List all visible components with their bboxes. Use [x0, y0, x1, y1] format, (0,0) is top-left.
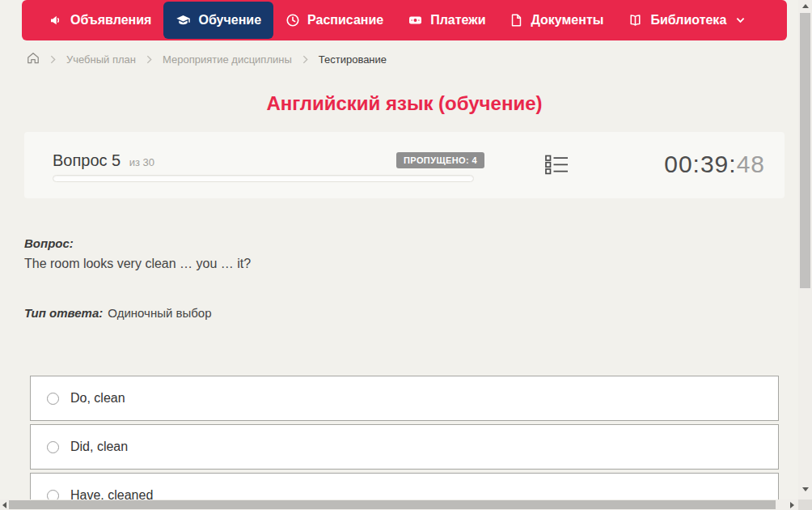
chevron-right-icon [302, 55, 308, 64]
question-list-icon[interactable] [545, 155, 569, 178]
timer-seconds: 48 [737, 151, 765, 177]
chevron-down-icon [736, 17, 745, 23]
scrollbar-corner [798, 499, 812, 510]
breadcrumb-item-discipline-event[interactable]: Мероприятие дисциплины [163, 53, 292, 66]
answer-option[interactable]: Do, clean [30, 376, 779, 421]
question-heading: Вопрос: [24, 236, 74, 250]
nav-item-label: Расписание [307, 13, 383, 28]
nav-item-label: Документы [531, 13, 603, 28]
option-label: Do, clean [70, 391, 125, 406]
skipped-badge: ПРОПУЩЕНО: 4 [396, 152, 484, 168]
scroll-left-arrow-icon[interactable] [2, 502, 6, 508]
nav-item-library[interactable]: Библиотека [615, 2, 757, 38]
scroll-up-arrow-icon[interactable] [802, 4, 809, 8]
banknote-icon [408, 13, 423, 28]
main-navbar: Объявления Обучение Расписание Платежи Д… [22, 0, 787, 40]
home-icon[interactable] [27, 52, 40, 66]
nav-item-label: Обучение [198, 13, 261, 28]
breadcrumb-item-curriculum[interactable]: Учебный план [66, 53, 136, 66]
answer-type-row: Тип ответа:Одиночный выбор [24, 306, 212, 320]
nav-item-announcements[interactable]: Объявления [36, 2, 163, 38]
answer-type-value: Одиночный выбор [108, 306, 211, 320]
breadcrumb-item-testing: Тестирование [319, 53, 387, 66]
nav-item-payments[interactable]: Платежи [395, 2, 497, 38]
scroll-right-arrow-icon[interactable] [790, 502, 794, 508]
countdown-timer: 00:39:48 [664, 151, 765, 178]
nav-item-label: Библиотека [650, 13, 726, 28]
nav-item-label: Объявления [70, 13, 151, 28]
vertical-scrollbar[interactable] [798, 0, 812, 499]
page-title: Английский язык (обучение) [0, 92, 809, 115]
chevron-right-icon [146, 55, 152, 64]
question-header-card: Вопрос 5 из 30 ПРОПУЩЕНО: 4 00:39:48 [24, 132, 785, 198]
answer-options: Do, clean Did, clean Have, cleaned [30, 376, 779, 510]
radio-button[interactable] [47, 393, 59, 405]
nav-item-label: Платежи [430, 13, 485, 28]
scroll-down-arrow-icon[interactable] [802, 487, 809, 491]
nav-item-learning[interactable]: Обучение [163, 2, 273, 39]
megaphone-icon [49, 13, 63, 28]
horizontal-scroll-thumb[interactable] [9, 500, 776, 509]
clock-icon [285, 13, 300, 28]
test-progress-bar [53, 175, 474, 182]
breadcrumb: Учебный план Мероприятие дисциплины Тест… [27, 51, 387, 67]
nav-item-documents[interactable]: Документы [497, 2, 615, 38]
question-number: Вопрос 5 из 30 [53, 151, 154, 170]
question-text: The room looks very clean … you … it? [24, 257, 251, 271]
question-of-total: из 30 [129, 156, 154, 168]
option-label: Did, clean [70, 440, 128, 454]
graduation-cap-icon [176, 13, 191, 28]
horizontal-scrollbar[interactable] [0, 499, 798, 510]
document-icon [510, 13, 523, 28]
nav-item-schedule[interactable]: Расписание [273, 2, 395, 38]
radio-button[interactable] [47, 441, 59, 453]
question-number-label: Вопрос 5 [53, 151, 121, 169]
vertical-scroll-thumb[interactable] [800, 13, 810, 288]
timer-minutes: 00:39: [664, 151, 736, 177]
answer-option[interactable]: Did, clean [30, 424, 779, 470]
open-book-icon [628, 13, 643, 28]
chevron-right-icon [50, 55, 56, 64]
answer-type-label: Тип ответа: [24, 306, 103, 320]
